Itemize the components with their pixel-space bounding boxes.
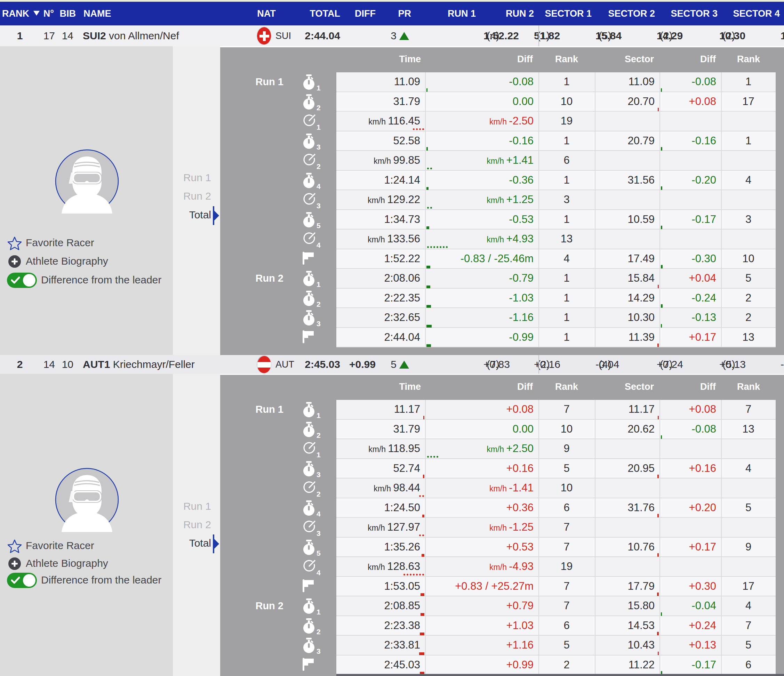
split-rank: 1 xyxy=(538,72,595,92)
favorite-star-icon[interactable] xyxy=(7,236,22,252)
athlete-biography-label[interactable]: Athlete Biography xyxy=(26,255,108,267)
sector-time: 17.79 xyxy=(627,577,655,596)
sector-diff: -0.17 xyxy=(691,656,716,674)
sector-rank: 9 xyxy=(721,538,776,557)
sector-rank: 13 xyxy=(721,420,776,439)
difference-toggle[interactable] xyxy=(7,273,37,289)
favorite-racer-label[interactable]: Favorite Racer xyxy=(26,237,94,249)
stopwatch-icon: 3 xyxy=(302,637,330,657)
split-rank: 6 xyxy=(538,498,595,517)
difference-toggle[interactable] xyxy=(7,573,37,589)
diff-indicator-bar xyxy=(661,226,662,229)
cell-divider xyxy=(660,459,660,479)
tab-total[interactable]: Total xyxy=(170,209,211,221)
favorite-racer-label[interactable]: Favorite Racer xyxy=(26,540,94,552)
detail-row: 31.790.001020.62-0.0813 xyxy=(336,420,776,440)
split-rank: 9 xyxy=(538,439,595,458)
run-section-label: Run 1 xyxy=(221,404,283,415)
sector-rank: 4 xyxy=(721,459,776,478)
split-rank: 1 xyxy=(538,210,595,229)
diff-indicator-bar xyxy=(657,475,659,478)
col-sector2: SECTOR 2 xyxy=(608,2,655,25)
tab-run1[interactable]: Run 1 xyxy=(170,500,211,512)
band-rank-label: Rank xyxy=(538,381,595,392)
cell-divider xyxy=(721,518,722,538)
cell-divider xyxy=(660,538,660,558)
tab-run1[interactable]: Run 1 xyxy=(170,172,211,183)
split-rank: 5 xyxy=(538,636,595,655)
stopwatch-icon: 1 xyxy=(302,270,330,291)
detail-row: 52.58-0.16120.79-0.161 xyxy=(336,131,776,151)
stopwatch-icon: 1 xyxy=(302,74,330,94)
cell-divider xyxy=(595,439,596,459)
detail-row: 2:33.81+1.16510.43+0.135 xyxy=(336,636,776,656)
split-rank: 1 xyxy=(538,269,595,288)
cell-divider xyxy=(660,420,660,440)
diff-indicator-bar xyxy=(657,592,659,596)
split-rank: 2 xyxy=(538,656,595,674)
pr-up-arrow-icon xyxy=(399,361,409,368)
sector-diff: -0.17 xyxy=(691,210,716,229)
stopwatch-icon: 2 xyxy=(302,618,330,638)
split-rank: 1 xyxy=(538,328,595,347)
sector-diff: +0.30 xyxy=(689,577,716,596)
diff-indicator-bar xyxy=(661,265,663,269)
diff-indicator-bar xyxy=(657,343,659,347)
split-time: 1:35.26 xyxy=(384,538,420,557)
split-diff: -1.16 xyxy=(509,308,534,327)
stopwatch-icon: 1 xyxy=(302,402,330,421)
detail-row: km/h 128.63km/h -4.9319 xyxy=(336,557,776,577)
speed-indicator-dot xyxy=(433,246,435,248)
cell-divider xyxy=(595,289,596,308)
tab-run2[interactable]: Run 2 xyxy=(170,519,211,531)
detail-row: 1:52.22-0.83 / -25.46m417.49-0.3010 xyxy=(336,249,776,269)
cell-divider xyxy=(660,518,660,538)
speed-icon: 2 xyxy=(302,480,330,500)
cell-divider xyxy=(425,72,426,92)
racer-rank: 2 xyxy=(0,355,40,374)
speed-indicator-dot xyxy=(422,574,424,575)
band-rank-label: Rank xyxy=(721,381,776,392)
cell-divider xyxy=(660,479,660,498)
speed-indicator-dot xyxy=(427,207,429,209)
cell-divider xyxy=(595,498,596,518)
col-sector4: SECTOR 4 xyxy=(733,2,780,25)
split-rank: 4 xyxy=(538,249,595,269)
split-rank: 5 xyxy=(538,459,595,478)
favorite-star-icon[interactable] xyxy=(7,539,22,555)
cell-divider xyxy=(660,210,660,230)
sector-time: 10.30 xyxy=(627,308,655,327)
split-diff: -0.08 xyxy=(509,72,534,92)
sector-diff: -0.08 xyxy=(691,72,716,92)
cell-divider xyxy=(425,92,426,112)
col-rank[interactable]: RANK xyxy=(2,2,29,25)
racer-nat: SUI xyxy=(275,25,291,46)
cell-divider xyxy=(425,596,426,616)
split-time: 52.74 xyxy=(393,459,420,478)
stopwatch-icon: 4 xyxy=(302,172,330,192)
split-time: 2:08.85 xyxy=(384,596,420,615)
racer-row[interactable]: 11714SUI2 von Allmen/NefSUI2:44.0431:52.… xyxy=(0,25,784,46)
run-section-label: Run 1 xyxy=(221,76,283,88)
plus-icon[interactable] xyxy=(8,557,22,572)
cell-divider xyxy=(660,557,660,577)
tab-total[interactable]: Total xyxy=(170,537,211,549)
sort-descending-icon[interactable] xyxy=(33,11,40,16)
diff-indicator-bar xyxy=(422,514,424,517)
cell-divider xyxy=(595,308,596,328)
plus-icon[interactable] xyxy=(8,255,22,270)
racer-row[interactable]: 21410AUT1 Kriechmayr/FellerAUT2:45.03+0.… xyxy=(0,355,784,374)
split-time: 2:32.65 xyxy=(384,308,420,327)
detail-row: 2:08.06-0.79115.84+0.045 xyxy=(336,269,776,289)
sector-time: 10.59 xyxy=(627,210,655,229)
band-rank-label: Rank xyxy=(721,54,776,65)
sector-rank: 3 xyxy=(721,210,776,229)
tab-run2[interactable]: Run 2 xyxy=(170,190,211,202)
split-time: 11.09 xyxy=(394,72,420,92)
split-diff: -0.83 / -25.46m xyxy=(460,249,534,269)
split-rank: 7 xyxy=(538,518,595,537)
detail-row: 31.790.001020.70+0.0817 xyxy=(336,92,776,112)
athlete-biography-label[interactable]: Athlete Biography xyxy=(26,558,108,569)
cell-divider xyxy=(595,92,596,112)
cell-divider xyxy=(425,538,426,558)
